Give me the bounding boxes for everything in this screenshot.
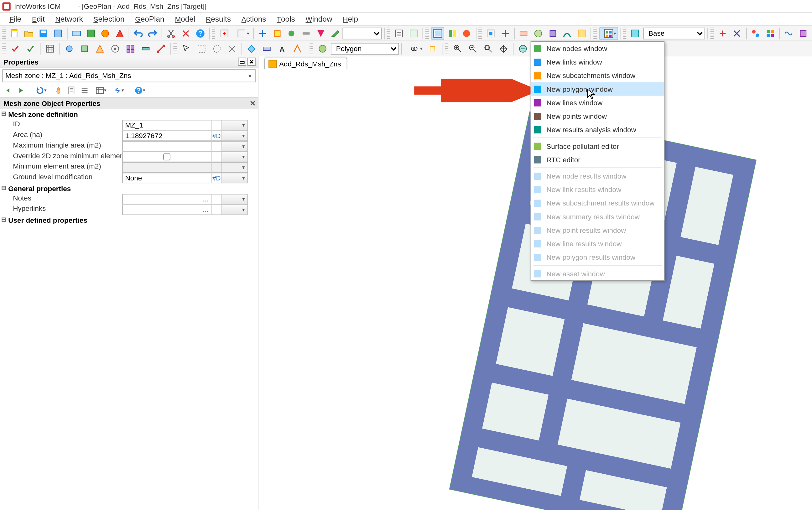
tb2-b7[interactable] [154, 42, 168, 55]
tb-undo[interactable] [132, 27, 145, 39]
tb-btn-d1-active[interactable] [431, 27, 444, 39]
properties-object-selector[interactable]: Mesh zone : MZ_1 : Add_Rds_Msh_Zns [2, 69, 256, 82]
tb-btn-8[interactable] [113, 27, 126, 39]
toolbar-grip[interactable] [445, 42, 448, 55]
tb2-pan[interactable] [496, 42, 511, 55]
pt-table[interactable] [92, 84, 108, 96]
menu-model[interactable]: Model [170, 13, 200, 25]
tb2-c2[interactable] [195, 42, 209, 55]
tb-new-window-dropdown[interactable] [599, 27, 618, 39]
tb2-d1[interactable] [244, 42, 258, 55]
toolbar-grip[interactable] [387, 27, 390, 39]
tb2-f2[interactable] [426, 42, 439, 55]
dropdown-item-rtc-editor[interactable]: RTC editor [531, 153, 664, 166]
tb-btn-d3[interactable] [460, 27, 473, 39]
prop-value[interactable] [122, 141, 211, 152]
toolbar-grip[interactable] [310, 42, 313, 55]
toolbar-grip[interactable] [212, 27, 215, 39]
tb2-g1[interactable] [516, 42, 530, 55]
properties-pin-icon[interactable]: ▭ [238, 58, 246, 66]
dropdown-item-new-lines-window[interactable]: New lines window [531, 96, 664, 109]
toolbar-grip[interactable] [2, 27, 6, 39]
menu-edit[interactable]: Edit [27, 13, 50, 25]
tb-cut[interactable] [165, 27, 178, 39]
menu-results[interactable]: Results [201, 13, 236, 25]
tb2-d2[interactable] [260, 42, 274, 55]
menu-help[interactable]: Help [338, 13, 363, 25]
toolbar-grip[interactable] [479, 27, 482, 39]
prop-dropdown-button[interactable] [222, 152, 248, 162]
tb-btn-b5[interactable] [314, 27, 327, 39]
properties-close-icon[interactable]: ✕ [248, 58, 256, 66]
pt-list[interactable] [79, 84, 90, 96]
pt-first[interactable] [2, 84, 14, 96]
dropdown-item-new-polygon-window[interactable]: New polygon window [531, 82, 664, 96]
tb2-b3[interactable] [93, 42, 107, 55]
prop-group-title[interactable]: Mesh zone definition [0, 109, 258, 120]
tb-btn-h2[interactable] [730, 27, 744, 39]
tb2-zoom-in[interactable] [451, 42, 465, 55]
pt-play[interactable] [16, 84, 27, 96]
tb2-zoom-fit[interactable] [481, 42, 495, 55]
pt-hand[interactable] [53, 84, 65, 96]
tb2-b5[interactable] [123, 42, 138, 55]
tb-btn-5[interactable] [70, 27, 83, 39]
tb2-f1[interactable] [404, 42, 424, 55]
tb-btn-h1[interactable] [716, 27, 729, 39]
prop-value[interactable] [122, 152, 211, 162]
tb2-e1[interactable] [316, 42, 329, 55]
tb-save[interactable] [37, 27, 50, 39]
prop-value[interactable]: 1.18927672 [122, 130, 211, 141]
tb2-b4[interactable] [108, 42, 122, 55]
tb2-c4[interactable] [225, 42, 239, 55]
prop-group-title[interactable]: General properties [0, 183, 258, 194]
prop-dropdown-button[interactable] [222, 130, 248, 141]
tb-btn-a1[interactable] [218, 27, 231, 39]
tb2-commit[interactable] [24, 42, 37, 55]
tb-btn-c2[interactable] [407, 27, 420, 39]
tb-btn-e2[interactable] [499, 27, 512, 39]
section-close-icon[interactable]: ✕ [250, 99, 256, 108]
prop-dropdown-button[interactable] [222, 194, 248, 204]
tb2-c3[interactable] [210, 42, 224, 55]
toolbar-grip[interactable] [593, 27, 597, 39]
tb2-select[interactable] [179, 42, 193, 55]
dropdown-item-new-subcatchments-window[interactable]: New subcatchments window [531, 68, 664, 82]
tb-btn-g1[interactable] [629, 27, 642, 39]
menu-file[interactable]: File [5, 13, 26, 25]
dropdown-item-new-nodes-window[interactable]: New nodes window [531, 42, 664, 55]
menu-actions[interactable]: Actions [237, 13, 271, 25]
tb-btn-b3[interactable] [285, 27, 298, 39]
prop-group-title[interactable]: User defined properties [0, 215, 258, 226]
tb2-zoom-out[interactable] [466, 42, 480, 55]
ellipsis-button[interactable]: ... [203, 195, 209, 203]
menu-network[interactable]: Network [51, 13, 88, 25]
menu-selection[interactable]: Selection [89, 13, 129, 25]
combo-base[interactable]: Base [643, 27, 705, 39]
tb-btn-d2[interactable] [445, 27, 459, 39]
tb-btn-f5[interactable] [575, 27, 588, 39]
tb2-b1[interactable] [62, 42, 77, 55]
tb-btn-b1[interactable] [256, 27, 269, 39]
tb-btn-h4[interactable] [763, 27, 777, 39]
tb2-b6[interactable] [139, 42, 153, 55]
dropdown-item-new-points-window[interactable]: New points window [531, 109, 664, 123]
combo-polygon[interactable]: Polygon [331, 42, 399, 55]
menu-geoplan[interactable]: GeoPlan [130, 13, 169, 25]
ellipsis-button[interactable]: ... [203, 205, 209, 214]
toolbar-grip[interactable] [426, 27, 429, 39]
tb-btn-h3[interactable] [749, 27, 762, 39]
dropdown-item-surface-pollutant-editor[interactable]: Surface pollutant editor [531, 139, 664, 153]
tb2-d4[interactable] [290, 42, 304, 55]
dropdown-item-new-links-window[interactable]: New links window [531, 55, 664, 68]
tb-btn-h5[interactable] [782, 27, 795, 39]
tb-btn-6[interactable] [84, 27, 97, 39]
prop-checkbox[interactable] [163, 153, 170, 161]
toolbar-grip[interactable] [173, 42, 177, 55]
tb-btn-bpen[interactable] [328, 27, 342, 39]
tb2-text[interactable]: A [275, 42, 289, 55]
pt-doc[interactable] [66, 84, 78, 96]
tb-redo[interactable] [146, 27, 159, 39]
tb-new[interactable] [8, 27, 21, 39]
toolbar-grip[interactable] [623, 27, 627, 39]
